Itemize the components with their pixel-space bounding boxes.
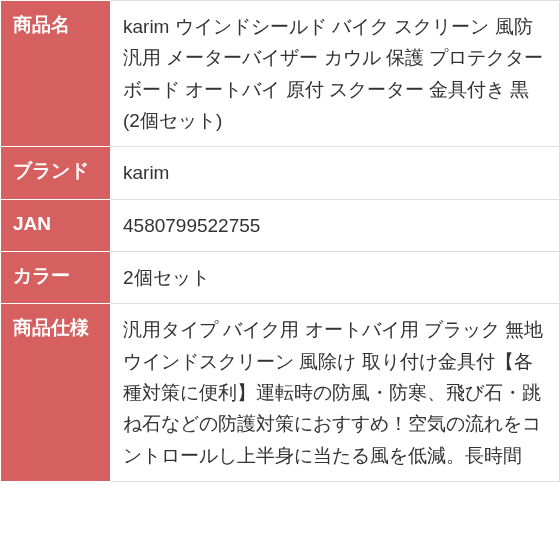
- spec-value-product-name: karim ウインドシールド バイク スクリーン 風防 汎用 メーターバイザー …: [111, 1, 560, 147]
- spec-value-jan: 4580799522755: [111, 199, 560, 251]
- spec-label-jan: JAN: [1, 199, 111, 251]
- product-spec-table: 商品名 karim ウインドシールド バイク スクリーン 風防 汎用 メーターバ…: [0, 0, 560, 482]
- table-row: ブランド karim: [1, 147, 560, 199]
- table-row: JAN 4580799522755: [1, 199, 560, 251]
- spec-label-spec: 商品仕様: [1, 304, 111, 482]
- table-row: カラー 2個セット: [1, 252, 560, 304]
- spec-value-brand: karim: [111, 147, 560, 199]
- spec-value-spec: 汎用タイプ バイク用 オートバイ用 ブラック 無地 ウインドスクリーン 風除け …: [111, 304, 560, 482]
- table-row: 商品仕様 汎用タイプ バイク用 オートバイ用 ブラック 無地 ウインドスクリーン…: [1, 304, 560, 482]
- spec-label-brand: ブランド: [1, 147, 111, 199]
- spec-label-product-name: 商品名: [1, 1, 111, 147]
- table-row: 商品名 karim ウインドシールド バイク スクリーン 風防 汎用 メーターバ…: [1, 1, 560, 147]
- spec-value-color: 2個セット: [111, 252, 560, 304]
- spec-label-color: カラー: [1, 252, 111, 304]
